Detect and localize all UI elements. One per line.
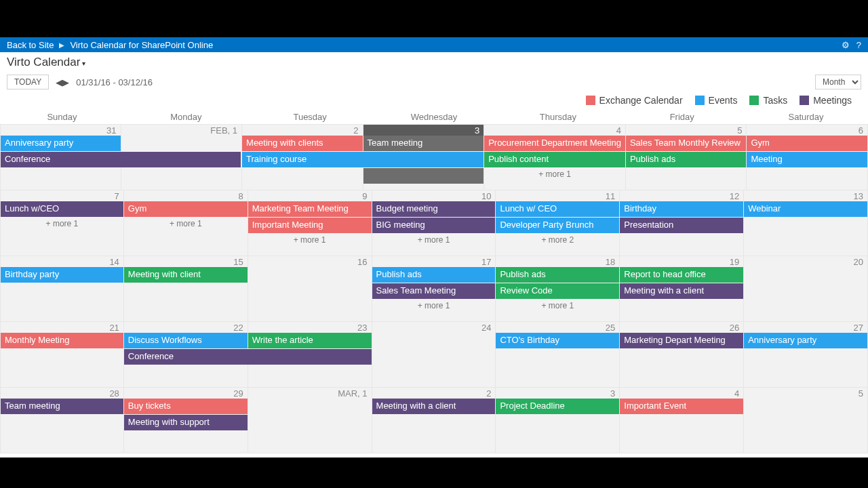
event[interactable]: Team meeting [363, 136, 484, 151]
page-title[interactable]: Virto Calendar▾ [7, 56, 85, 68]
day-number: 15 [124, 256, 248, 267]
day-cell[interactable]: 4Procurement Department MeetingPublish c… [484, 125, 626, 190]
event[interactable]: Procurement Department Meeting [484, 136, 625, 151]
event[interactable]: Webinar [744, 201, 867, 217]
day-cell[interactable]: 9Marketing Team MeetingImportant Meeting… [248, 190, 372, 256]
day-cell[interactable]: 19Report to head officeMeeting with a cl… [620, 256, 744, 322]
day-cell[interactable]: 20 [744, 256, 868, 322]
day-cell[interactable]: 17Publish adsSales Team Meeting+ more 1 [372, 256, 496, 322]
day-cell[interactable]: 27Anniversary party [744, 322, 868, 388]
day-cell[interactable]: 11Lunch w/ CEODeveloper Party Brunch+ mo… [496, 190, 620, 256]
view-select[interactable]: Month [815, 75, 861, 89]
event[interactable]: Anniversary party [1, 136, 121, 151]
event[interactable]: Lunch w/ CEO [496, 201, 619, 217]
back-to-site-link[interactable]: Back to Site [7, 40, 54, 50]
event[interactable]: Conference [124, 349, 372, 365]
week-row: 14Birthday party15Meeting with client161… [0, 256, 868, 322]
day-cell[interactable]: 18Publish adsReview Code+ more 1 [496, 256, 620, 322]
event[interactable]: Training course [242, 152, 484, 167]
legend-label: Meetings [813, 95, 852, 106]
day-cell[interactable]: 22Discuss WorkflowsConference [124, 322, 248, 388]
event[interactable]: Lunch w/CEO [1, 201, 123, 217]
event[interactable] [363, 168, 484, 184]
day-cell[interactable]: 3Project Deadline [496, 388, 620, 453]
day-cell[interactable]: 5 [744, 388, 868, 453]
event[interactable]: Project Deadline [496, 399, 619, 414]
day-cell[interactable]: 2Meeting with clientsTraining course [242, 125, 363, 190]
event[interactable]: Meeting [747, 152, 867, 167]
event[interactable]: Birthday [620, 201, 743, 217]
event[interactable]: Monthly Meeting [1, 333, 123, 348]
legend-item[interactable]: Events [695, 95, 738, 106]
day-cell[interactable]: 10Budget meetingBIG meeting+ more 1 [372, 190, 496, 256]
event[interactable]: Meeting with support [124, 415, 248, 430]
day-cell[interactable]: 14Birthday party [0, 256, 124, 322]
event[interactable]: Important Event [620, 399, 743, 414]
event[interactable]: Budget meeting [372, 201, 496, 217]
legend-item[interactable]: Tasks [749, 95, 787, 106]
day-cell[interactable]: 7Lunch w/CEO+ more 1 [0, 190, 124, 256]
event[interactable]: Meeting with a client [620, 283, 743, 299]
day-cell[interactable]: 25CTO's Birthday [496, 322, 620, 388]
day-cell[interactable]: 16 [248, 256, 372, 322]
dow-cell: Saturday [744, 110, 868, 125]
more-link[interactable]: + more 1 [372, 234, 496, 246]
event[interactable]: Meeting with client [124, 267, 248, 283]
day-cell[interactable]: 21Monthly Meeting [0, 322, 124, 388]
day-cell[interactable]: 31Anniversary partyConference [0, 125, 121, 190]
more-link[interactable]: + more 1 [484, 168, 625, 180]
event[interactable]: Gym [747, 136, 867, 151]
day-cell[interactable]: 26Marketing Depart Meeting [620, 322, 744, 388]
event[interactable]: Presentation [620, 218, 743, 233]
day-cell[interactable]: 8Gym+ more 1 [124, 190, 248, 256]
event[interactable]: Gym [124, 201, 248, 217]
gear-icon[interactable]: ⚙ [842, 40, 850, 50]
event[interactable]: Birthday party [1, 267, 123, 283]
day-cell[interactable]: 12BirthdayPresentation [620, 190, 744, 256]
event[interactable]: Publish ads [626, 152, 747, 167]
day-cell[interactable]: 4Important Event [620, 388, 744, 453]
event[interactable]: Marketing Team Meeting [248, 201, 372, 217]
day-cell[interactable]: 13Webinar [744, 190, 868, 256]
event[interactable]: Sales Team Monthly Review [626, 136, 747, 151]
day-cell[interactable]: 28Team meeting [0, 388, 124, 453]
event[interactable]: Sales Team Meeting [372, 283, 496, 299]
event[interactable]: Review Code [496, 283, 619, 299]
event[interactable]: Meeting with a client [372, 399, 496, 414]
event[interactable]: Marketing Depart Meeting [620, 333, 743, 348]
more-link[interactable]: + more 1 [124, 218, 248, 230]
more-link[interactable]: + more 1 [496, 300, 619, 312]
event[interactable]: CTO's Birthday [496, 333, 619, 348]
help-icon[interactable]: ? [856, 40, 861, 50]
day-cell[interactable]: 15Meeting with client [124, 256, 248, 322]
event[interactable]: Publish ads [496, 267, 619, 283]
event[interactable]: Report to head office [620, 267, 743, 283]
day-cell[interactable]: MAR, 1 [248, 388, 372, 453]
event[interactable]: BIG meeting [372, 218, 496, 233]
legend-item[interactable]: Exchange Calendar [586, 95, 683, 106]
more-link[interactable]: + more 1 [1, 218, 123, 230]
event[interactable]: Publish ads [372, 267, 496, 283]
more-link[interactable]: + more 2 [496, 234, 619, 246]
event[interactable]: Conference [1, 152, 241, 167]
event[interactable]: Anniversary party [744, 333, 867, 348]
legend-item[interactable]: Meetings [800, 95, 852, 106]
day-cell[interactable]: 29Buy ticketsMeeting with support [124, 388, 248, 453]
prev-button[interactable]: ▶ [56, 77, 62, 87]
event[interactable]: Discuss Workflows [124, 333, 248, 348]
event[interactable]: Buy tickets [124, 399, 248, 414]
day-cell[interactable]: 6GymMeeting [747, 125, 868, 190]
more-link[interactable]: + more 1 [248, 234, 372, 246]
event[interactable]: Publish content [484, 152, 625, 167]
day-cell[interactable]: 2Meeting with a client [372, 388, 496, 453]
today-button[interactable]: TODAY [7, 75, 49, 89]
day-cell[interactable]: 5Sales Team Monthly ReviewPublish ads [626, 125, 747, 190]
event[interactable]: Meeting with clients [242, 136, 363, 151]
event[interactable]: Important Meeting [248, 218, 372, 233]
next-button[interactable]: ▶ [62, 77, 69, 87]
event[interactable]: Write the article [248, 333, 372, 348]
event[interactable]: Team meeting [1, 399, 123, 414]
more-link[interactable]: + more 1 [372, 300, 496, 312]
day-cell[interactable]: 24 [372, 322, 496, 388]
event[interactable]: Developer Party Brunch [496, 218, 619, 233]
